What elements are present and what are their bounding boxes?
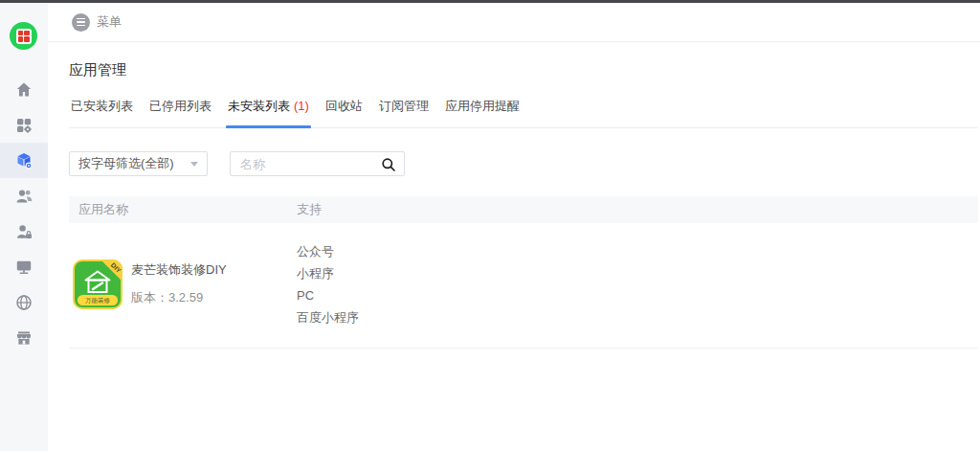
tab-app-disable-reminder[interactable]: 应用停用提醒: [443, 94, 522, 127]
storefront-icon: [14, 328, 33, 348]
support-item: 百度小程序: [297, 306, 978, 328]
tab-count-badge: (1): [294, 99, 309, 113]
tab-recycle-bin[interactable]: 回收站: [323, 94, 365, 127]
tab-installed-list[interactable]: 已安装列表: [69, 94, 135, 127]
app-version: 版本：3.2.59: [131, 289, 227, 306]
app-name: 麦芒装饰装修DIY: [131, 261, 227, 279]
sidebar-item-internet[interactable]: [0, 284, 48, 320]
magnifier-icon[interactable]: [381, 157, 396, 176]
sidebar-item-site[interactable]: [0, 249, 48, 284]
sidebar-item-app-market[interactable]: [0, 143, 48, 178]
app-name-cell: DIY 万能装修 麦芒装饰装修DIY 版本：3.2.59: [69, 239, 297, 328]
seal-logo-icon: [16, 29, 32, 44]
tab-uninstalled-list[interactable]: 未安装列表(1): [226, 94, 311, 127]
menu-label: 菜单: [97, 13, 122, 31]
sidebar-item-users[interactable]: [0, 178, 48, 214]
column-header-app-name: 应用名称: [69, 201, 297, 218]
cube-gear-icon: [14, 151, 33, 170]
tab-disabled-list[interactable]: 已停用列表: [147, 94, 213, 127]
name-search-box: [230, 151, 405, 176]
sidebar-item-permissions[interactable]: [0, 214, 48, 249]
menu-list-icon[interactable]: [72, 13, 90, 32]
topbar: 菜单: [48, 3, 980, 42]
support-item: PC: [297, 284, 978, 306]
name-search-input[interactable]: [231, 152, 404, 175]
table-header: 应用名称 支持: [69, 196, 978, 223]
sidebar-item-home[interactable]: [0, 72, 48, 107]
user-lock-icon: [14, 222, 33, 241]
main-content: 应用管理 已安装列表 已停用列表 未安装列表(1) 回收站 订阅管理 应用停用提…: [48, 42, 980, 451]
brand-logo[interactable]: [10, 22, 37, 50]
filter-row: 按字母筛选(全部): [69, 151, 980, 176]
home-icon: [14, 80, 33, 100]
support-cell: 公众号 小程序 PC 百度小程序: [297, 239, 978, 328]
chevron-down-icon: [190, 162, 198, 167]
app-meta: 麦芒装饰装修DIY 版本：3.2.59: [131, 261, 227, 306]
tab-subscription-management[interactable]: 订阅管理: [377, 94, 431, 127]
apps-gear-icon: [14, 116, 33, 135]
users-icon: [14, 187, 33, 206]
sidebar: [0, 3, 48, 451]
letter-filter-select[interactable]: 按字母筛选(全部): [69, 151, 208, 176]
monitor-icon: [14, 258, 33, 277]
globe-icon: [14, 293, 33, 312]
tab-bar: 已安装列表 已停用列表 未安装列表(1) 回收站 订阅管理 应用停用提醒: [69, 94, 978, 128]
column-header-support: 支持: [297, 201, 978, 218]
svg-text:万能装修: 万能装修: [85, 296, 111, 304]
app-table: 应用名称 支持 DIY: [69, 196, 978, 349]
table-row[interactable]: DIY 万能装修 麦芒装饰装修DIY 版本：3.2.59 公众号: [69, 223, 978, 349]
sidebar-item-modules[interactable]: [0, 107, 48, 143]
support-item: 公众号: [297, 240, 978, 262]
support-item: 小程序: [297, 262, 978, 284]
page-title: 应用管理: [69, 61, 980, 79]
sidebar-nav: [0, 72, 48, 355]
app-icon: DIY 万能装修: [73, 259, 122, 309]
sidebar-item-shop[interactable]: [0, 320, 48, 355]
letter-filter-value: 按字母筛选(全部): [78, 155, 174, 172]
